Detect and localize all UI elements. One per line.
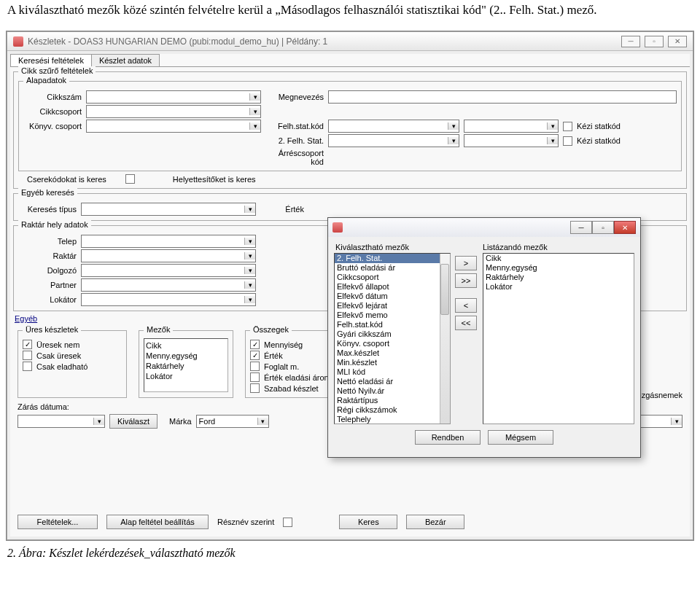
lbl-ertek-el: Érték eladási áron [264, 373, 329, 382]
list-item[interactable]: Bruttó eladási ár [335, 263, 450, 273]
list-item[interactable]: Elfekvő memo [335, 311, 450, 320]
lbl-cikkcs: Cikkcsoport [23, 107, 82, 116]
chk-uresek-nem[interactable]: ✓ [23, 340, 32, 349]
combo-telep[interactable] [81, 235, 256, 248]
group-mezok: Mezők [144, 325, 173, 334]
combo-kerestipus[interactable] [81, 203, 256, 216]
combo-cikkcs[interactable] [86, 105, 261, 118]
chk-csak-uresek[interactable] [23, 351, 32, 360]
group-other-search: Egyéb keresés [18, 188, 77, 197]
lbl-ertek: Érték [260, 205, 304, 214]
list-item[interactable]: Régi cikkszámok [335, 405, 450, 415]
list-item[interactable]: Nettó eladási ár [335, 377, 450, 386]
chk-csere[interactable] [125, 174, 135, 184]
btn-keres[interactable]: Keres [339, 515, 397, 529]
lbl-ertek2: Érték [264, 351, 283, 360]
group-filter-title: Cikk szűrő feltételek [18, 66, 96, 75]
listbox-mezok[interactable]: CikkMenny.egységRaktárhelyLokátor [144, 338, 228, 392]
lbl-partner: Partner [18, 281, 77, 289]
lbl-raktar: Raktár [18, 251, 77, 260]
list-item[interactable]: Menny.egység [483, 263, 634, 273]
list-item[interactable]: Gyári cikkszám [335, 329, 450, 339]
maximize-button[interactable]: ▫ [645, 36, 664, 47]
lbl-available-fields: Kiválasztható mezők [334, 243, 451, 251]
combo-cikkszam[interactable] [86, 90, 261, 104]
chk-kezi-1[interactable] [563, 122, 572, 131]
btn-cancel[interactable]: Mégsem [488, 430, 553, 445]
list-item[interactable]: Raktárhely [483, 273, 634, 282]
list-item[interactable]: MLI kód [335, 367, 450, 377]
list-item[interactable]: Felh.stat.kód [335, 320, 450, 329]
list-item[interactable]: Min.készlet [335, 358, 450, 367]
list-item[interactable]: Elfekvő dátum [335, 292, 450, 301]
chk-csak-eladhato[interactable] [23, 362, 32, 371]
btn-feltetelek[interactable]: Feltételek... [18, 515, 98, 529]
lbl-helyett: Helyettesítőket is keres [173, 175, 256, 184]
list-selected[interactable]: Cikk Menny.egység Raktárhely Lokátor [483, 253, 634, 424]
chk-ertek2[interactable]: ✓ [250, 351, 260, 360]
combo-marka[interactable]: Ford [196, 415, 269, 428]
btn-bezar[interactable]: Bezár [406, 515, 464, 529]
lbl-marka: Márka [169, 417, 192, 426]
chk-menny[interactable]: ✓ [250, 340, 260, 349]
minimize-button[interactable]: ─ [621, 36, 640, 47]
close-button[interactable]: ✕ [668, 36, 687, 47]
btn-remove[interactable]: < [455, 298, 477, 313]
btn-alap[interactable]: Alap feltétel beállítás [106, 515, 209, 529]
dialog-maximize[interactable]: ▫ [592, 221, 614, 234]
chk-foglalt[interactable] [250, 362, 260, 371]
combo-raktar[interactable] [81, 249, 256, 262]
list-item[interactable]: Raktártípus [335, 396, 450, 405]
lbl-cikkszam: Cikkszám [23, 93, 82, 101]
field-megnev[interactable] [328, 90, 677, 104]
combo-partner[interactable] [81, 278, 256, 292]
combo-zaras-1[interactable] [18, 415, 105, 428]
list-item[interactable]: Nettó Nyilv.ár [335, 386, 450, 396]
chk-resznev[interactable] [283, 518, 292, 527]
combo-felhstat-2[interactable] [464, 120, 559, 133]
lbl-csak-eladhato: Csak eladható [36, 362, 88, 371]
dialog-close[interactable]: ✕ [614, 221, 636, 234]
list-item[interactable]: Cikk [483, 254, 634, 263]
chk-kezi-2[interactable] [563, 136, 572, 146]
app-icon [13, 36, 23, 47]
lbl-felh2: 2. Felh. Stat. [265, 136, 324, 145]
list-item[interactable]: 2. Felh. Stat. [335, 254, 450, 263]
tab-stock-data[interactable]: Készlet adatok [91, 54, 160, 66]
list-item[interactable]: Lokátor [483, 282, 634, 292]
combo-dolg[interactable] [81, 264, 256, 277]
lbl-kerestipus: Keresés típus [18, 205, 77, 214]
lbl-csak-uresek: Csak üresek [36, 351, 81, 360]
combo-felh2[interactable] [328, 134, 459, 147]
tab-search-conditions[interactable]: Keresési feltételek [10, 54, 92, 66]
btn-add[interactable]: > [455, 256, 477, 270]
group-basic-title: Alapadatok [23, 76, 69, 85]
combo-konyv[interactable] [86, 120, 261, 133]
lbl-menny: Mennyiség [264, 340, 303, 349]
combo-felh2-b[interactable] [464, 134, 559, 147]
btn-kivalaszt[interactable]: Kiválaszt [109, 414, 158, 429]
btn-ok[interactable]: Rendben [415, 430, 481, 445]
combo-lokator[interactable] [81, 293, 256, 306]
screenshot-container: Készletek - DOAS3 HUNGARIAN DEMO (pubi:m… [6, 31, 694, 541]
list-available[interactable]: 2. Felh. Stat. Bruttó eladási ár Cikkcso… [334, 253, 451, 424]
lbl-megnev: Megnevezés [265, 93, 324, 101]
lbl-lokator: Lokátor [18, 295, 77, 304]
link-egyeb[interactable]: Egyéb [15, 314, 37, 323]
scrollbar[interactable] [440, 254, 450, 424]
list-item[interactable]: Telephely [335, 415, 450, 424]
scroll-thumb[interactable] [440, 264, 449, 315]
chk-szabad[interactable] [250, 383, 260, 393]
btn-add-all[interactable]: >> [455, 273, 477, 288]
list-item[interactable]: Max.készlet [335, 348, 450, 358]
list-item[interactable]: Elfekvő állapot [335, 282, 450, 292]
btn-remove-all[interactable]: << [455, 316, 477, 330]
lbl-konyv: Könyv. csoport [23, 122, 82, 130]
combo-felhstat[interactable] [328, 120, 459, 133]
chk-ertek-el[interactable] [250, 372, 260, 382]
list-item[interactable]: Cikkcsoport [335, 273, 450, 282]
list-item[interactable]: Könyv. csoport [335, 339, 450, 348]
group-ures: Üres készletek [23, 325, 81, 334]
dialog-minimize[interactable]: ─ [570, 221, 592, 234]
list-item[interactable]: Elfekvő lejárat [335, 301, 450, 311]
